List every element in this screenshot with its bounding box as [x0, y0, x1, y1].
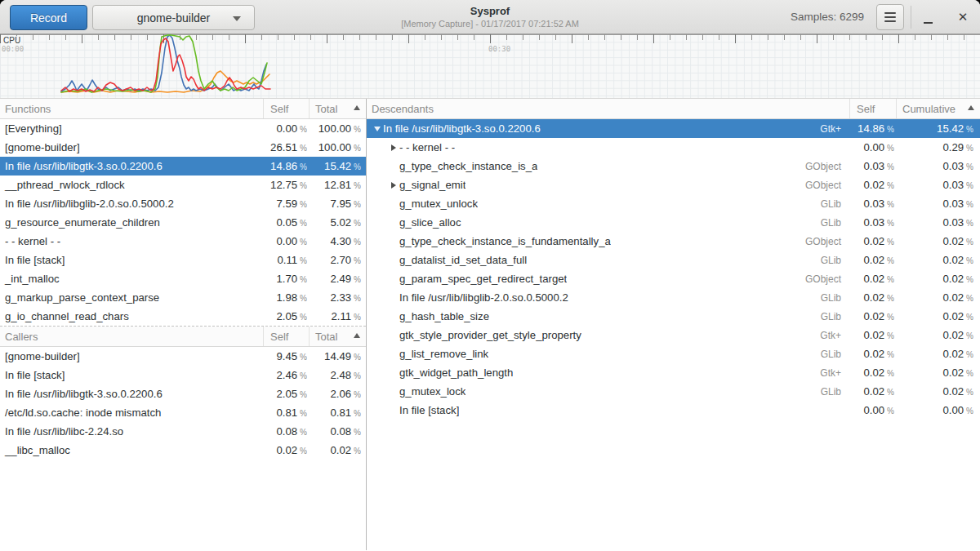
- library-category: GObject: [805, 161, 849, 172]
- library-category: Gtk+: [820, 330, 849, 341]
- cpu-blue-line: [61, 35, 266, 91]
- symbol-name: g_hash_table_size: [367, 310, 821, 322]
- percent-value: 0.00%: [263, 122, 309, 135]
- self-column-header[interactable]: Self: [849, 99, 896, 118]
- symbol-name: g_slice_alloc: [367, 216, 821, 229]
- sort-arrow-icon: [354, 105, 360, 110]
- descendants-row[interactable]: gtk_widget_path_lengthGtk+0.02%0.02%: [367, 363, 980, 382]
- percent-value: 0.02%: [896, 367, 980, 379]
- symbol-name: - - kernel - -: [367, 141, 841, 153]
- target-process-dropdown[interactable]: gnome-builder: [92, 5, 255, 30]
- descendants-row[interactable]: g_type_check_instance_is_fundamentally_a…: [367, 232, 980, 251]
- descendants-row[interactable]: g_hash_table_sizeGLib0.02%0.02%: [367, 307, 980, 326]
- descendants-row[interactable]: - - kernel - -0.00%0.29%: [367, 138, 980, 157]
- functions-row[interactable]: - - kernel - -0.00%4.30%: [0, 232, 366, 251]
- percent-value: 0.02%: [849, 179, 896, 191]
- descendants-row[interactable]: In file [stack]0.00%0.00%: [367, 401, 980, 420]
- functions-row[interactable]: g_resource_enumerate_children0.05%5.02%: [0, 213, 366, 232]
- symbol-name: g_markup_parse_context_parse: [0, 291, 263, 304]
- functions-row[interactable]: In file [stack]0.11%2.70%: [0, 251, 366, 269]
- cumulative-column-header[interactable]: Cumulative: [896, 99, 980, 118]
- expander-spacer: [388, 386, 399, 398]
- symbol-name: g_io_channel_read_chars: [0, 310, 263, 322]
- menu-button[interactable]: [876, 4, 904, 30]
- library-category: GLib: [821, 292, 849, 304]
- expander-closed-icon[interactable]: [388, 142, 399, 153]
- percent-value: 100.00%: [309, 122, 366, 135]
- close-button[interactable]: ✕: [954, 8, 972, 26]
- record-button[interactable]: Record: [10, 5, 87, 30]
- minimize-button[interactable]: [920, 10, 936, 26]
- total-column-header[interactable]: Total: [309, 99, 366, 118]
- library-category: GLib: [821, 255, 849, 266]
- expander-open-icon[interactable]: [372, 123, 383, 135]
- callers-row[interactable]: [gnome-builder]9.45%14.49%: [0, 347, 366, 366]
- symbol-name: In file /usr/lib/libgtk-3.so.0.2200.6: [0, 388, 263, 400]
- descendants-row[interactable]: g_param_spec_get_redirect_targetGObject0…: [367, 269, 980, 288]
- percent-value: 2.33%: [309, 291, 366, 304]
- callers-row[interactable]: In file [stack]2.46%2.48%: [0, 366, 366, 384]
- expander-spacer: [388, 198, 399, 210]
- percent-value: 0.03%: [896, 179, 980, 191]
- functions-row[interactable]: __pthread_rwlock_rdlock12.75%12.81%: [0, 176, 366, 194]
- cpu-graph[interactable]: CPU 00:00 00:30: [0, 34, 980, 99]
- symbol-name: g_type_check_instance_is_a: [367, 160, 805, 172]
- functions-row[interactable]: g_io_channel_read_chars2.05%2.11%: [0, 307, 366, 326]
- functions-row[interactable]: In file /usr/lib/libglib-2.0.so.0.5000.2…: [0, 194, 366, 213]
- sort-arrow-icon: [354, 333, 360, 338]
- functions-row[interactable]: In file /usr/lib/libgtk-3.so.0.2200.614.…: [0, 157, 366, 176]
- percent-value: 0.02%: [263, 444, 309, 456]
- percent-value: 12.81%: [309, 179, 366, 191]
- descendants-row[interactable]: g_slice_allocGLib0.03%0.03%: [367, 213, 980, 232]
- library-category: GLib: [821, 311, 849, 322]
- descendants-row[interactable]: g_type_check_instance_is_aGObject0.03%0.…: [367, 157, 980, 176]
- functions-row[interactable]: [Everything]0.00%100.00%: [0, 119, 366, 138]
- cpu-green-line: [61, 35, 267, 92]
- symbol-name: g_signal_emit: [367, 179, 805, 191]
- descendants-row[interactable]: g_mutex_unlockGLib0.03%0.03%: [367, 194, 980, 213]
- self-column-header[interactable]: Self: [263, 327, 309, 346]
- descendants-column-header[interactable]: Descendants: [367, 103, 849, 115]
- total-column-header[interactable]: Total: [309, 327, 366, 346]
- functions-row[interactable]: _int_malloc1.70%2.49%: [0, 269, 366, 288]
- expander-closed-icon[interactable]: [388, 180, 399, 191]
- chevron-down-icon: [233, 16, 241, 21]
- library-category: GObject: [805, 180, 849, 191]
- descendants-row[interactable]: g_datalist_id_set_data_fullGLib0.02%0.02…: [367, 251, 980, 269]
- callers-row[interactable]: /etc/ld.so.cache: inode mismatch0.81%0.8…: [0, 403, 366, 422]
- percent-value: 0.02%: [896, 235, 980, 247]
- symbol-name: __pthread_rwlock_rdlock: [0, 179, 263, 191]
- symbol-name: g_mutex_lock: [367, 385, 821, 398]
- symbol-name: /etc/ld.so.cache: inode mismatch: [0, 407, 263, 419]
- symbol-name: - - kernel - -: [0, 235, 263, 247]
- symbol-name: [Everything]: [0, 122, 263, 135]
- descendants-row[interactable]: g_mutex_lockGLib0.02%0.02%: [367, 382, 980, 401]
- functions-row[interactable]: [gnome-builder]26.51%100.00%: [0, 138, 366, 157]
- percent-value: 2.70%: [309, 254, 366, 266]
- percent-value: 2.46%: [263, 369, 309, 381]
- callers-row[interactable]: __libc_malloc0.02%0.02%: [0, 441, 366, 460]
- percent-value: 2.48%: [309, 369, 366, 381]
- functions-column-header[interactable]: Functions: [0, 103, 263, 115]
- percent-value: 0.03%: [896, 216, 980, 229]
- callers-column-header[interactable]: Callers: [0, 331, 263, 343]
- expander-spacer: [388, 161, 399, 172]
- callers-row[interactable]: In file /usr/lib/libc-2.24.so0.08%0.08%: [0, 422, 366, 441]
- hamburger-icon: [884, 12, 896, 14]
- percent-value: 2.06%: [309, 388, 366, 400]
- functions-row[interactable]: g_markup_parse_context_parse1.98%2.33%: [0, 288, 366, 307]
- time-label-mid: 00:30: [488, 45, 510, 53]
- percent-value: 0.81%: [309, 407, 366, 419]
- descendants-row[interactable]: g_signal_emitGObject0.02%0.03%: [367, 176, 980, 194]
- self-column-header[interactable]: Self: [263, 99, 309, 118]
- percent-value: 0.02%: [896, 254, 980, 266]
- symbol-name: gtk_widget_path_length: [367, 367, 820, 379]
- descendants-row[interactable]: gtk_style_provider_get_style_propertyGtk…: [367, 326, 980, 344]
- percent-value: 0.02%: [849, 310, 896, 322]
- descendants-row[interactable]: g_list_remove_linkGLib0.02%0.02%: [367, 344, 980, 363]
- descendants-row[interactable]: In file /usr/lib/libgtk-3.so.0.2200.6Gtk…: [367, 119, 980, 138]
- percent-value: 0.02%: [309, 444, 366, 456]
- callers-row[interactable]: In file /usr/lib/libgtk-3.so.0.2200.62.0…: [0, 384, 366, 403]
- percent-value: 0.02%: [849, 254, 896, 266]
- descendants-row[interactable]: In file /usr/lib/libglib-2.0.so.0.5000.2…: [367, 288, 980, 307]
